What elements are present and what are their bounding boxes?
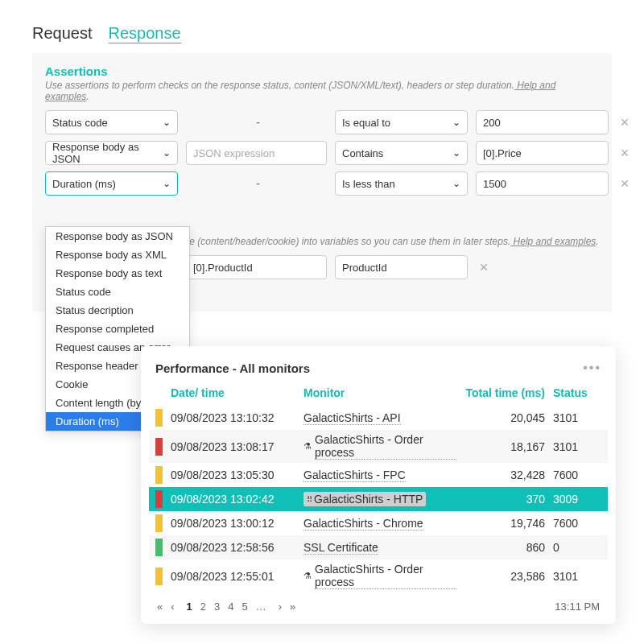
- card-menu-icon[interactable]: •••: [583, 361, 601, 375]
- performance-row[interactable]: 09/08/2023 13:10:32GalacticShirts - API2…: [149, 406, 608, 430]
- cell-datetime: 09/08/2023 13:00:12: [171, 517, 295, 530]
- pager-page[interactable]: 3: [214, 601, 220, 613]
- cell-monitor: ⚗GalacticShirts - Order process: [303, 433, 456, 460]
- performance-row[interactable]: 09/08/2023 13:00:12GalacticShirts - Chro…: [149, 511, 608, 535]
- performance-card: Performance - All monitors ••• Date/ tim…: [141, 346, 616, 624]
- cell-status: 3101: [553, 411, 609, 424]
- chevron-down-icon: ⌄: [452, 147, 460, 159]
- performance-row[interactable]: 09/08/2023 12:58:56SSL Certificate8600: [149, 535, 608, 559]
- cell-datetime: 09/08/2023 13:02:42: [171, 493, 295, 506]
- cell-status: 0: [553, 541, 609, 554]
- cell-total-time: 860: [464, 541, 545, 554]
- assertion-expr-input[interactable]: JSON expression: [186, 141, 327, 165]
- flask-icon: ⚗: [303, 441, 312, 452]
- grid-icon: ⠿: [307, 495, 311, 504]
- assertion-comparator-select[interactable]: Is less than⌄: [335, 171, 468, 196]
- status-color-bar: [155, 466, 163, 484]
- assertion-source-select[interactable]: Status code⌄: [45, 110, 178, 134]
- col-status[interactable]: Status: [553, 386, 609, 399]
- status-color-bar: [155, 438, 163, 456]
- variable-remove-button[interactable]: ×: [476, 259, 492, 276]
- pager-next[interactable]: ›: [279, 601, 282, 613]
- cell-monitor: ⚗GalacticShirts - Order process: [303, 563, 456, 589]
- cell-status: 3009: [553, 493, 609, 506]
- chevron-down-icon: ⌄: [163, 178, 171, 189]
- performance-row[interactable]: 09/08/2023 13:02:42⠿GalacticShirts - HTT…: [149, 487, 608, 511]
- chevron-down-icon: ⌄: [452, 178, 460, 189]
- variable-name-input[interactable]: ProductId: [335, 255, 468, 279]
- dropdown-option[interactable]: Response body as XML: [46, 246, 189, 264]
- tab-response[interactable]: Response: [109, 24, 181, 43]
- cell-datetime: 09/08/2023 12:55:01: [171, 570, 295, 583]
- cell-status: 7600: [553, 469, 609, 481]
- cell-status: 3101: [553, 570, 609, 583]
- assertion-value-input[interactable]: 1500: [476, 171, 609, 196]
- status-color-bar: [155, 490, 163, 508]
- cell-monitor: ⠿GalacticShirts - HTTP: [303, 492, 456, 506]
- status-color-bar: [155, 514, 163, 532]
- tab-request[interactable]: Request: [32, 24, 93, 43]
- assertion-comparator-select[interactable]: Is equal to⌄: [335, 110, 468, 134]
- cell-datetime: 09/08/2023 13:10:32: [171, 411, 295, 424]
- chevron-down-icon: ⌄: [163, 147, 171, 159]
- cell-datetime: 09/08/2023 12:58:56: [171, 541, 295, 554]
- cell-total-time: 23,586: [464, 570, 545, 583]
- col-monitor[interactable]: Monitor: [303, 386, 456, 399]
- pager-page[interactable]: 1: [187, 601, 192, 613]
- cell-total-time: 32,428: [464, 469, 545, 481]
- status-color-bar: [155, 568, 163, 585]
- assertion-expr-placeholder: -: [186, 116, 327, 129]
- dropdown-option[interactable]: Response completed: [46, 320, 189, 338]
- assertion-remove-button[interactable]: ×: [617, 175, 633, 192]
- cell-total-time: 18,167: [464, 440, 545, 453]
- assertion-remove-button[interactable]: ×: [617, 145, 633, 162]
- assertion-row: Status code⌄ - Is equal to⌄ 200 ×: [45, 110, 599, 134]
- chevron-down-icon: ⌄: [452, 117, 460, 128]
- cell-monitor: GalacticShirts - API: [303, 411, 456, 425]
- pager: « ‹ 12345… › » 13:11 PM: [149, 592, 608, 614]
- assertion-value-input[interactable]: 200: [476, 110, 609, 134]
- dropdown-option[interactable]: Status decription: [46, 301, 189, 320]
- pager-page[interactable]: 4: [228, 601, 233, 613]
- assertion-expr-placeholder: -: [186, 177, 327, 190]
- pager-last[interactable]: »: [290, 601, 295, 613]
- cell-total-time: 19,746: [464, 517, 545, 530]
- performance-row[interactable]: 09/08/2023 12:55:01⚗GalacticShirts - Ord…: [149, 559, 608, 592]
- cell-monitor: GalacticShirts - Chrome: [303, 517, 456, 530]
- pager-first[interactable]: «: [157, 601, 163, 613]
- pager-prev[interactable]: ‹: [171, 601, 174, 613]
- cell-monitor: GalacticShirts - FPC: [303, 469, 456, 482]
- col-datetime[interactable]: Date/ time: [171, 386, 295, 399]
- assertions-panel: Assertions Use assertions to perform che…: [32, 53, 612, 312]
- assertion-value-input[interactable]: [0].Price: [476, 141, 609, 165]
- col-total-time[interactable]: Total time (ms): [464, 386, 545, 399]
- dropdown-option[interactable]: Response body as text: [46, 264, 189, 283]
- assertion-source-select[interactable]: Response body as JSON⌄: [45, 141, 178, 165]
- dropdown-option[interactable]: Response body as JSON: [46, 227, 189, 246]
- performance-header: Date/ time Monitor Total time (ms) Statu…: [149, 383, 608, 406]
- cell-monitor: SSL Certificate: [303, 541, 456, 555]
- chevron-down-icon: ⌄: [163, 117, 171, 128]
- assertion-source-select[interactable]: Duration (ms)⌄: [45, 171, 178, 196]
- performance-title: Performance - All monitors: [155, 361, 310, 375]
- cell-datetime: 09/08/2023 13:08:17: [171, 440, 295, 453]
- assertion-comparator-select[interactable]: Contains⌄: [335, 141, 468, 165]
- dropdown-option[interactable]: Status code: [46, 283, 189, 301]
- assertion-row: Duration (ms)⌄ - Is less than⌄ 1500 ×: [45, 171, 599, 196]
- flask-icon: ⚗: [303, 571, 312, 581]
- variable-expr-input[interactable]: [0].ProductId: [186, 255, 327, 279]
- cell-datetime: 09/08/2023 13:05:30: [171, 469, 295, 481]
- pager-page[interactable]: 2: [200, 601, 206, 613]
- pager-timestamp: 13:11 PM: [555, 601, 600, 613]
- variables-help-link[interactable]: Help and examples: [510, 236, 596, 247]
- status-color-bar: [155, 539, 163, 556]
- performance-row[interactable]: 09/08/2023 13:08:17⚗GalacticShirts - Ord…: [149, 430, 608, 463]
- cell-status: 7600: [553, 517, 609, 530]
- performance-row[interactable]: 09/08/2023 13:05:30GalacticShirts - FPC3…: [149, 463, 608, 487]
- assertions-title: Assertions: [45, 64, 599, 78]
- cell-total-time: 370: [464, 493, 545, 506]
- pager-page[interactable]: 5: [242, 601, 248, 613]
- pager-page[interactable]: …: [256, 601, 266, 613]
- cell-total-time: 20,045: [464, 411, 545, 424]
- assertion-remove-button[interactable]: ×: [617, 114, 633, 131]
